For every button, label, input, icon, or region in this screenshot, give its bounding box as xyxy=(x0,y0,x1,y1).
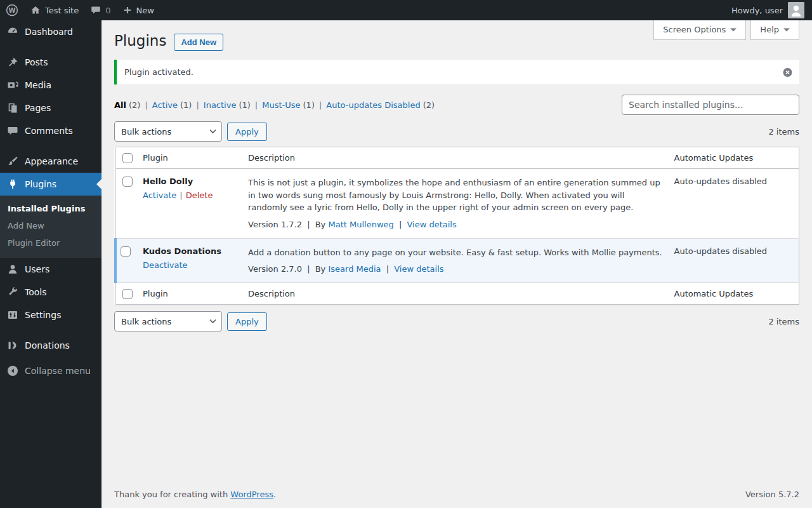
filter-active-link[interactable]: Active xyxy=(152,100,178,110)
chevron-down-icon xyxy=(730,25,737,34)
search-input[interactable] xyxy=(622,95,799,115)
my-account-button[interactable]: Howdy, user xyxy=(724,0,812,20)
page-title: Plugins xyxy=(114,32,166,51)
sidebar-item-pages[interactable]: Pages xyxy=(0,97,102,119)
plug-icon xyxy=(6,178,19,190)
content-area: Screen Options Help Plugins Add New Plug… xyxy=(102,20,812,508)
sidebar-item-dashboard[interactable]: Dashboard xyxy=(0,20,102,43)
plugin-version: Version 1.7.2 xyxy=(248,220,302,229)
admin-sidebar: Dashboard Posts Media Pages Comments App… xyxy=(0,20,102,508)
auto-updates-status: Auto-updates disabled xyxy=(669,169,799,239)
filter-separator: | xyxy=(196,100,199,110)
user-avatar xyxy=(788,2,804,18)
filter-must-use-link[interactable]: Must-Use xyxy=(262,100,300,110)
sidebar-item-label: Users xyxy=(25,264,49,274)
wordpress-menu-button[interactable]: W xyxy=(0,0,24,20)
site-name-link[interactable]: Test site xyxy=(24,0,84,20)
circle-x-icon xyxy=(782,70,793,79)
filter-auto-updates-disabled-link[interactable]: Auto-updates Disabled xyxy=(326,100,420,110)
action-separator: | xyxy=(180,190,182,200)
items-count: 2 items xyxy=(768,127,799,137)
items-count: 2 items xyxy=(768,317,799,326)
submenu-label: Add New xyxy=(8,221,44,231)
activate-link[interactable]: Activate xyxy=(143,190,176,200)
sidebar-item-plugins[interactable]: Plugins xyxy=(0,173,102,196)
sidebar-item-tools[interactable]: Tools xyxy=(0,281,102,304)
filter-all-link[interactable]: All xyxy=(114,100,126,110)
wordpress-link[interactable]: WordPress xyxy=(230,490,273,499)
help-label: Help xyxy=(760,25,779,34)
plugin-row-kudos-donations: Kudos Donations Deactivate Add a donatio… xyxy=(115,238,799,283)
comments-icon xyxy=(6,124,19,137)
select-all-checkbox[interactable] xyxy=(122,289,133,299)
bulk-actions-select[interactable]: Bulk actions xyxy=(114,121,222,142)
plus-icon xyxy=(122,5,133,15)
wordpress-logo-icon: W xyxy=(6,4,18,17)
submenu-add-new[interactable]: Add New xyxy=(0,217,102,234)
plugins-table: Plugin Description Automatic Updates Hel… xyxy=(114,147,799,305)
filter-inactive-link[interactable]: Inactive xyxy=(204,100,237,110)
pages-icon xyxy=(6,102,19,114)
sidebar-item-collapse-menu[interactable]: Collapse menu xyxy=(0,359,102,382)
sidebar-item-posts[interactable]: Posts xyxy=(0,51,102,74)
add-new-button[interactable]: Add New xyxy=(174,34,223,51)
row-checkbox[interactable] xyxy=(121,246,131,257)
filter-count: (1) xyxy=(180,100,192,110)
plugin-description: This is not just a plugin, it symbolizes… xyxy=(248,177,663,214)
site-name-label: Test site xyxy=(45,6,79,15)
sidebar-item-label: Comments xyxy=(25,126,73,136)
howdy-text: Howdy, user xyxy=(731,6,783,15)
sidebar-item-media[interactable]: Media xyxy=(0,74,102,97)
home-icon xyxy=(30,4,41,16)
sidebar-item-label: Pages xyxy=(25,103,51,113)
filter-count: (2) xyxy=(423,100,435,110)
deactivate-link[interactable]: Deactivate xyxy=(143,260,188,270)
footer-thanks-text: Thank you for creating with xyxy=(114,490,228,499)
screen-options-label: Screen Options xyxy=(663,25,726,34)
plugin-description: Add a donation button to any page on you… xyxy=(248,246,663,259)
sidebar-item-donations[interactable]: Donations xyxy=(0,334,102,357)
sidebar-item-label: Tools xyxy=(25,287,47,297)
column-header-plugin[interactable]: Plugin xyxy=(138,147,243,169)
footer-version: Version 5.7.2 xyxy=(745,490,799,499)
settings-sliders-icon xyxy=(6,309,19,321)
kudos-logo-icon xyxy=(6,339,19,352)
sidebar-item-appearance[interactable]: Appearance xyxy=(0,150,102,173)
filter-count: (1) xyxy=(239,100,250,110)
filter-count: (1) xyxy=(303,100,315,110)
meta-separator: | xyxy=(399,220,402,229)
filter-count: (2) xyxy=(129,100,140,110)
column-header-plugin[interactable]: Plugin xyxy=(138,283,243,305)
dismiss-notice-button[interactable] xyxy=(782,67,793,77)
filter-inactive: Inactive (1) | xyxy=(204,100,262,110)
sidebar-item-settings[interactable]: Settings xyxy=(0,304,102,326)
submenu-installed-plugins[interactable]: Installed Plugins xyxy=(0,200,102,217)
author-link[interactable]: Iseard Media xyxy=(328,264,381,274)
footer-thanks: Thank you for creating with WordPress. xyxy=(114,490,276,499)
filter-separator: | xyxy=(145,100,147,110)
pushpin-icon xyxy=(6,56,19,69)
bulk-actions-select[interactable]: Bulk actions xyxy=(114,311,222,331)
view-details-link[interactable]: View details xyxy=(407,220,456,229)
plugin-name: Hello Dolly xyxy=(143,177,237,186)
apply-button[interactable]: Apply xyxy=(227,123,267,141)
sidebar-item-comments[interactable]: Comments xyxy=(0,119,102,142)
help-button[interactable]: Help xyxy=(750,20,799,40)
paintbrush-icon xyxy=(6,155,19,168)
new-content-button[interactable]: New xyxy=(117,0,160,20)
sidebar-item-users[interactable]: Users xyxy=(0,258,102,281)
select-all-checkbox[interactable] xyxy=(122,153,133,163)
author-link[interactable]: Matt Mullenweg xyxy=(328,220,393,229)
view-details-link[interactable]: View details xyxy=(394,264,443,274)
delete-link[interactable]: Delete xyxy=(186,190,213,200)
comments-link[interactable]: 0 xyxy=(84,0,116,20)
comment-count: 0 xyxy=(105,6,110,15)
submenu-plugin-editor[interactable]: Plugin Editor xyxy=(0,234,102,251)
wrench-icon xyxy=(6,286,19,298)
plugin-version: Version 2.7.0 xyxy=(248,264,302,274)
comment-bubble-icon xyxy=(90,4,102,16)
table-footer-row: Plugin Description Automatic Updates xyxy=(115,283,799,305)
apply-button[interactable]: Apply xyxy=(227,312,267,331)
screen-options-button[interactable]: Screen Options xyxy=(653,20,746,40)
row-checkbox[interactable] xyxy=(122,177,133,187)
